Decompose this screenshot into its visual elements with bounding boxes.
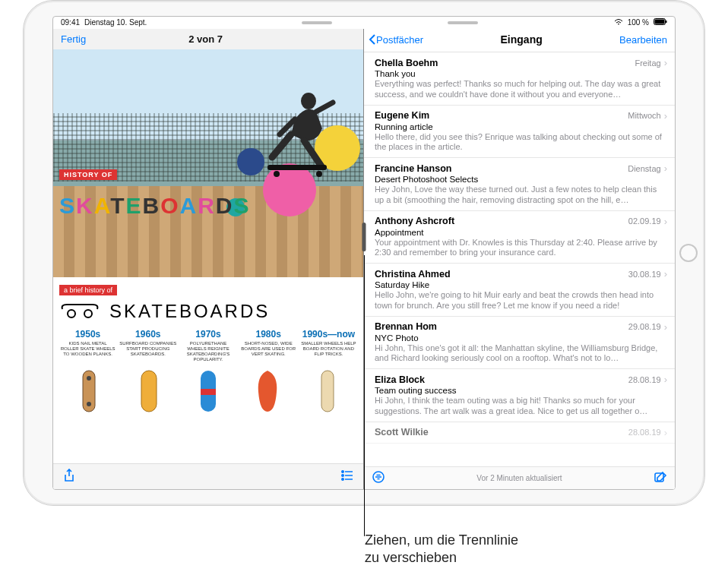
mail-edit-button[interactable]: Bearbeiten xyxy=(619,34,667,46)
mail-item[interactable]: Scott Wilkie28.08.19› xyxy=(364,422,675,444)
mail-header: Postfächer Eingang Bearbeiten xyxy=(364,29,675,52)
callout-leader-line xyxy=(364,255,365,536)
svg-point-8 xyxy=(84,310,92,317)
mail-back-label: Postfächer xyxy=(376,34,423,46)
mail-item[interactable]: Chella BoehmFreitag› Thank you Everythin… xyxy=(364,52,675,106)
mail-status: Vor 2 Minuten aktualisiert xyxy=(476,474,562,482)
split-view-divider[interactable] xyxy=(362,223,366,251)
mail-list[interactable]: Chella BoehmFreitag› Thank you Everythin… xyxy=(364,52,675,466)
svg-point-3 xyxy=(301,93,316,109)
decade-text: POLYURETHANE WHEELS REIGNITE SKATEBOARDI… xyxy=(179,341,236,363)
battery-percent: 100 % xyxy=(628,18,649,27)
brief-history-badge: a brief history of xyxy=(59,285,117,295)
mail-date: 28.08.19› xyxy=(628,427,667,438)
svg-point-10 xyxy=(87,376,91,381)
svg-rect-1 xyxy=(655,20,665,24)
mail-subject: NYC Photo xyxy=(375,333,667,343)
mail-preview: Hi John, I think the team outing was a b… xyxy=(375,396,667,417)
done-button[interactable]: Fertig xyxy=(61,33,86,45)
mail-date: 30.08.19› xyxy=(628,268,667,280)
svg-point-6 xyxy=(316,171,322,177)
svg-point-11 xyxy=(87,402,91,406)
chevron-right-icon: › xyxy=(664,427,667,438)
left-app-header: Fertig 2 von 7 xyxy=(53,29,363,49)
mail-subject: Saturday Hike xyxy=(375,280,667,289)
mail-sender: Scott Wilkie xyxy=(375,427,429,437)
callout-line-2: zu verschieben xyxy=(365,549,518,567)
mail-subject: Thank you xyxy=(375,69,667,78)
mail-item[interactable]: Brennan Hom29.08.19› NYC Photo Hi John, … xyxy=(364,317,675,370)
mail-subject: Appointment xyxy=(375,228,667,237)
left-toolbar xyxy=(53,463,363,489)
share-icon[interactable] xyxy=(62,469,76,485)
mail-preview: Your appointment with Dr. Knowles is thi… xyxy=(375,238,667,259)
chevron-right-icon: › xyxy=(664,57,667,68)
right-app-mail: Postfächer Eingang Bearbeiten Chella Boe… xyxy=(364,29,675,489)
status-bar: 09:41 Dienstag 10. Sept. 100 % xyxy=(53,17,675,29)
mail-item[interactable]: Eugene KimMittwoch› Running article Hell… xyxy=(364,106,675,159)
multitask-pill-left[interactable] xyxy=(302,21,332,24)
mail-sender: Francine Hanson xyxy=(375,163,451,174)
home-button[interactable] xyxy=(679,244,698,262)
boards-row xyxy=(59,368,357,415)
mail-item[interactable]: Eliza Block28.08.19› Team outing success… xyxy=(364,369,675,422)
mail-preview: Hey John, Love the way these turned out.… xyxy=(375,185,667,206)
decade-year: 1990s—now xyxy=(300,329,357,340)
decade-text: KIDS NAIL METAL ROLLER SKATE WHEELS TO W… xyxy=(59,341,116,358)
mail-date: Dienstag› xyxy=(628,163,667,174)
compose-icon[interactable] xyxy=(654,470,667,487)
mail-subject: Running article xyxy=(375,122,667,131)
mail-title: Eingang xyxy=(501,33,543,46)
callout-line-1: Ziehen, um die Trennlinie xyxy=(365,532,518,549)
svg-point-18 xyxy=(342,478,343,479)
mail-toolbar: Vor 2 Minuten aktualisiert xyxy=(364,466,675,489)
mail-subject: Desert Photoshoot Selects xyxy=(375,175,667,184)
tab-counter: 2 von 7 xyxy=(188,33,223,45)
mail-item[interactable]: Christina Ahmed30.08.19› Saturday Hike H… xyxy=(364,264,675,317)
chevron-right-icon: › xyxy=(664,374,667,385)
mail-sender: Eugene Kim xyxy=(375,110,429,121)
brief-history-title: SKATEBOARDS xyxy=(109,301,270,322)
left-app-safari: Fertig 2 von 7 HISTORY OF xyxy=(53,29,364,489)
chevron-right-icon: › xyxy=(664,163,667,174)
mail-date: 02.09.19› xyxy=(628,216,667,227)
mail-preview: Hello there, did you see this? Enrique w… xyxy=(375,132,667,153)
mail-preview: Everything was perfect! Thanks so much f… xyxy=(375,79,667,100)
chevron-right-icon: › xyxy=(664,268,667,280)
skateboards-title: SKATEBOARDS xyxy=(59,193,251,219)
mail-back-button[interactable]: Postfächer xyxy=(369,34,423,46)
battery-icon xyxy=(654,18,667,27)
mail-sender: Eliza Block xyxy=(375,374,425,385)
svg-point-7 xyxy=(68,310,75,317)
callout-text: Ziehen, um die Trennlinie zu verschieben xyxy=(365,532,518,566)
svg-rect-12 xyxy=(141,371,157,412)
svg-rect-4 xyxy=(267,165,327,170)
decade-year: 1950s xyxy=(59,329,116,340)
webpage-content[interactable]: HISTORY OF SKATEBOARDS xyxy=(53,49,363,463)
skater-illustration xyxy=(249,81,340,188)
filter-icon[interactable] xyxy=(372,470,385,487)
svg-point-16 xyxy=(342,470,343,472)
mail-preview: Hello John, we're going to hit Muir earl… xyxy=(375,290,667,311)
decades-row: 1950sKIDS NAIL METAL ROLLER SKATE WHEELS… xyxy=(59,329,357,363)
multitask-pill-right[interactable] xyxy=(448,21,478,24)
decade-year: 1960s xyxy=(119,329,176,340)
mail-sender: Anthony Ashcroft xyxy=(375,216,454,226)
mail-date: Mittwoch› xyxy=(628,110,667,122)
decade-year: 1970s xyxy=(179,329,236,340)
mail-item[interactable]: Anthony Ashcroft02.09.19› Appointment Yo… xyxy=(364,211,675,264)
decade-text: SHORT-NOSED, WIDE BOARDS ARE USED FOR VE… xyxy=(240,341,297,358)
mail-preview: Hi John, This one's got it all: the Manh… xyxy=(375,343,667,365)
mail-date: 28.08.19› xyxy=(628,374,667,385)
svg-point-17 xyxy=(342,474,343,475)
mail-sender: Brennan Hom xyxy=(375,321,437,332)
tabs-list-icon[interactable] xyxy=(340,469,354,485)
chevron-right-icon: › xyxy=(664,321,667,333)
mail-item[interactable]: Francine HansonDienstag› Desert Photosho… xyxy=(364,158,675,211)
mail-date: 29.08.19› xyxy=(628,321,667,333)
svg-point-5 xyxy=(274,171,280,177)
chevron-left-icon xyxy=(369,34,375,45)
svg-rect-15 xyxy=(321,371,334,412)
skateboard-icon xyxy=(59,298,100,324)
svg-rect-14 xyxy=(201,389,216,395)
